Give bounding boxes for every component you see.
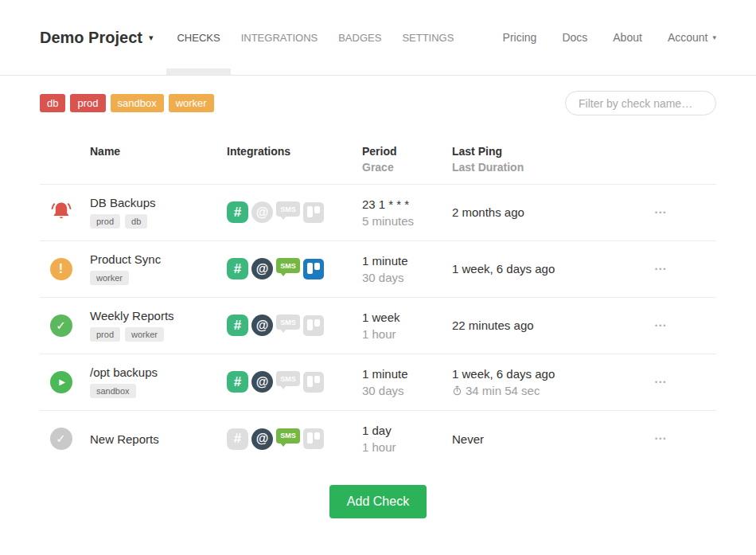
period-cell: 23 1 * * * 5 minutes [362,196,452,229]
check-tags: sandbox [90,384,227,398]
check-tags: proddb [90,214,227,229]
slack-icon: # [227,428,248,450]
nav-link-about[interactable]: About [613,31,642,44]
sms-icon: SMS [276,428,300,444]
check-tag: worker [90,271,129,285]
check-name[interactable]: Weekly Reports [90,309,227,322]
check-row[interactable]: DB Backups proddb #@SMS 23 1 * * * 5 min… [40,185,716,241]
trello-icon [303,372,324,393]
column-header-period: Period Grace [362,143,452,176]
table-header: Name Integrations Period Grace Last Ping… [40,143,716,185]
tag-filter-prod[interactable]: prod [70,94,105,112]
tag-filter-worker[interactable]: worker [169,94,214,112]
period-cell: 1 week 1 hour [362,309,452,342]
tag-filters: db prod sandbox worker [40,94,214,112]
tag-filter-sandbox[interactable]: sandbox [111,94,164,112]
check-name-filter-input[interactable] [565,91,716,115]
add-check-button[interactable]: Add Check [329,485,427,518]
check-grace: 30 days [362,382,452,399]
check-tag: db [125,214,147,229]
tab-checks[interactable]: CHECKS [166,0,230,75]
project-switcher[interactable]: Demo Project ▾ [40,0,153,75]
slack-icon: # [227,258,248,279]
check-row[interactable]: ! Product Sync worker #@SMS 1 minute 30 … [40,241,716,298]
last-ping-cell: 1 week, 6 days ago 34 min 54 sec [452,365,655,399]
last-ping-cell: 2 months ago [452,204,655,221]
sms-icon: SMS [276,315,300,330]
check-name[interactable]: Product Sync [90,252,227,266]
last-ping: 1 week, 6 days ago [452,365,655,382]
trello-icon [303,428,324,449]
check-tags: worker [90,271,227,285]
last-ping-cell: Never [452,431,655,448]
check-tags: prodworker [90,327,227,342]
trello-icon [303,259,324,279]
check-name[interactable]: DB Backups [90,196,227,209]
email-icon: @ [251,428,273,450]
tab-integrations[interactable]: INTEGRATIONS [231,0,329,75]
integration-icons: #@SMS [227,428,362,450]
last-ping: 22 minutes ago [452,317,655,334]
status-icon: ✓ [50,315,72,337]
status-icon: ▶ [50,371,72,393]
caret-down-icon: ▾ [712,33,716,41]
row-menu-button[interactable]: ••• [655,265,667,273]
check-period: 23 1 * * * [362,196,452,213]
row-menu-button[interactable]: ••• [655,322,667,330]
account-menu[interactable]: Account ▾ [668,31,716,44]
stopwatch-icon [452,385,462,396]
main-tabs: CHECKS INTEGRATIONS BADGES SETTINGS [166,0,464,75]
integration-icons: #@SMS [227,201,362,223]
slack-icon: # [227,371,248,393]
footer: Add Check [0,485,756,518]
check-period: 1 day [362,422,452,439]
column-header-integrations: Integrations [227,143,362,176]
last-ping: Never [452,431,655,448]
column-header-grace: Grace [362,159,452,175]
email-icon: @ [251,258,273,279]
nav-link-pricing[interactable]: Pricing [503,31,537,44]
check-row[interactable]: ✓ New Reports #@SMS 1 day 1 hour Never •… [40,411,716,467]
check-tag: sandbox [90,384,136,398]
bell-icon [49,198,74,224]
status-icon: ✓ [50,428,72,450]
sms-icon: SMS [276,371,300,386]
last-ping-cell: 22 minutes ago [452,317,655,334]
slack-icon: # [227,201,248,223]
check-period: 1 minute [362,252,452,269]
check-period: 1 minute [362,365,452,382]
status-icon [49,198,74,227]
period-cell: 1 minute 30 days [362,365,452,399]
status-icon: ! [50,258,72,280]
tab-settings[interactable]: SETTINGS [392,0,464,75]
check-row[interactable]: ▶ /opt backups sandbox #@SMS 1 minute 30… [40,354,716,411]
check-row[interactable]: ✓ Weekly Reports prodworker #@SMS 1 week… [40,298,716,354]
check-grace: 30 days [362,269,452,286]
check-name[interactable]: New Reports [90,432,227,446]
tag-filter-db[interactable]: db [40,94,65,112]
row-menu-button[interactable]: ••• [655,435,667,443]
tab-badges[interactable]: BADGES [328,0,392,75]
column-header-last-ping: Last Ping Last Duration [452,143,655,176]
column-header-last-duration: Last Duration [452,159,655,175]
account-label: Account [668,31,708,44]
slack-icon: # [227,315,248,336]
nav-links: Pricing Docs About Account ▾ [503,0,716,75]
trello-icon [303,202,324,223]
period-cell: 1 day 1 hour [362,422,452,455]
check-grace: 5 minutes [362,213,452,229]
last-ping: 2 months ago [452,204,655,221]
row-menu-button[interactable]: ••• [655,378,667,386]
nav-link-docs[interactable]: Docs [562,31,587,44]
filter-bar: db prod sandbox worker [0,91,756,115]
integration-icons: #@SMS [227,258,362,279]
row-menu-button[interactable]: ••• [655,209,667,217]
integration-icons: #@SMS [227,315,362,336]
caret-down-icon: ▾ [149,33,154,43]
check-period: 1 week [362,309,452,326]
navbar: Demo Project ▾ CHECKS INTEGRATIONS BADGE… [0,0,756,76]
check-name[interactable]: /opt backups [90,365,227,379]
check-tag: prod [90,327,120,342]
check-tag: worker [125,327,164,342]
check-grace: 1 hour [362,439,452,455]
